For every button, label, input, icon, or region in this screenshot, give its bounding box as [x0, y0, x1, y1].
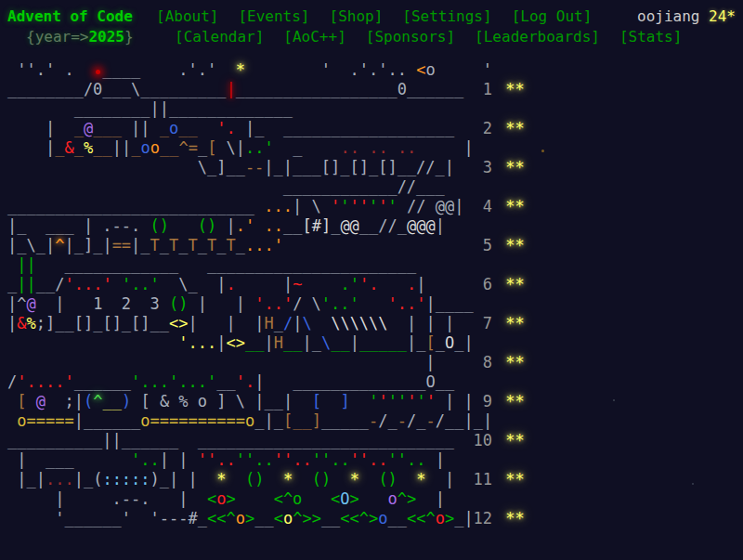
username: oojiang — [637, 7, 699, 25]
day-number: 1 — [474, 80, 492, 99]
calendar-day-3-link[interactable]: \_]__--|_|___[]_[]_[]__//_|3** — [7, 158, 743, 177]
background-speck — [96, 70, 100, 74]
background-speck — [613, 399, 615, 401]
day-stars: ** — [505, 392, 524, 411]
nav-link-about[interactable]: [About] — [156, 7, 218, 25]
header-row-bottom: {year=>2025} [Calendar][AoC++][Sponsors]… — [0, 28, 743, 48]
calendar: ''.' . ____ .'.' * ' .'.'.. <o '________… — [0, 60, 743, 548]
day-stars: ** — [505, 197, 524, 216]
year-suffix: } — [124, 28, 134, 46]
calendar-art-line: | .--. | <o> <^o <O> o^> | — [7, 489, 743, 509]
day-number: 2 — [474, 119, 492, 138]
day-number: 10 — [474, 431, 492, 450]
nav-link-calendar[interactable]: [Calendar] — [175, 28, 264, 46]
calendar-art-line: || ____________ ______________________ — [7, 255, 743, 275]
nav-link-log-out[interactable]: [Log Out] — [512, 7, 593, 25]
day-number: 4 — [474, 197, 492, 216]
day-number: 12 — [474, 509, 492, 528]
day-stars: ** — [505, 509, 524, 528]
day-stars: ** — [505, 470, 524, 489]
calendar-art-line: ____________//___ — [7, 177, 743, 197]
calendar-art-line: |^@ | 1 2 3 () | | '..'/ \'..' '..'|____ — [7, 294, 743, 314]
background-speck — [541, 150, 544, 152]
calendar-art-line: |_ ___ | .--. () () |.' ..__[#]_@@__//_@… — [7, 216, 743, 236]
day-number: 5 — [474, 236, 492, 255]
day-stars: ** — [505, 119, 524, 138]
day-number: 3 — [474, 158, 492, 177]
calendar-day-8-link[interactable]: |8** — [7, 353, 743, 372]
nav-link-aoc[interactable]: [AoC++] — [283, 28, 345, 46]
header-row-top: Advent of Code [About][Events][Shop][Set… — [0, 0, 743, 28]
calendar-art-line: '...|<>__|H__|_\__|_____|_[_O_| — [7, 333, 743, 353]
day-stars: ** — [505, 236, 524, 255]
day-stars: ** — [505, 80, 524, 99]
day-stars: ** — [505, 158, 524, 177]
user-star-count — [699, 7, 709, 25]
day-number: 8 — [474, 353, 492, 372]
user-box: oojiang 24* — [637, 7, 736, 25]
calendar-day-9-link[interactable]: [ @ ;|(^__) [ & % o ] \ |__| [ ] '''''''… — [7, 392, 743, 411]
day-stars: ** — [505, 314, 524, 333]
year-prefix: {year=> — [26, 28, 88, 46]
year-selector[interactable]: {year=>2025} — [7, 28, 175, 46]
calendar-art-line — [7, 528, 743, 548]
nav-link-shop[interactable]: [Shop] — [330, 7, 384, 25]
top-nav: [About][Events][Shop][Settings][Log Out] — [156, 7, 611, 25]
day-stars: ** — [505, 353, 524, 372]
nav-link-events[interactable]: [Events] — [238, 7, 309, 25]
calendar-art-line: ________||_____________ — [7, 99, 743, 119]
calendar-art-line: |_&_%__||_oo__^=_[ \|..' _ .. .. .. | — [7, 138, 743, 158]
app-title[interactable]: Advent of Code — [7, 7, 156, 25]
nav-link-leaderboards[interactable]: [Leaderboards] — [475, 28, 600, 46]
nav-link-sponsors[interactable]: [Sponsors] — [366, 28, 455, 46]
calendar-art-line: ''.' . ____ .'.' * ' .'.'.. <o ' — [7, 60, 743, 80]
calendar-day-6-link[interactable]: _||__/'...' '..' \_ |. |~ .''. .|6** — [7, 275, 743, 294]
sub-nav: [Calendar][AoC++][Sponsors][Leaderboards… — [175, 28, 701, 46]
calendar-day-7-link[interactable]: |&%;]__[]_[]_[]__<>| | |H_/|\ \\\\\\ | |… — [7, 314, 743, 333]
calendar-art-line: | ___ '..| | ''..''..''..''..''..''.. | — [7, 450, 743, 470]
calendar-day-10-link[interactable]: __________||______ _____________________… — [7, 431, 743, 450]
nav-link-stats[interactable]: [Stats] — [619, 28, 682, 46]
day-number: 7 — [474, 314, 492, 333]
background-speck — [692, 483, 694, 485]
calendar-day-2-link[interactable]: | _@___ || _o__ '. |_ __________________… — [7, 119, 743, 138]
calendar-day-1-link[interactable]: ________/0___\_________|________________… — [7, 80, 743, 99]
calendar-day-5-link[interactable]: |_\_|^|_]_|==|_T_T_T_T_T_...'5** — [7, 236, 743, 255]
calendar-day-11-link[interactable]: |_|...|_(:::::)_| | * () * () * () * |11… — [7, 470, 743, 489]
calendar-art-line: /'....'______'...'...'__'.| ____________… — [7, 372, 743, 392]
calendar-art-line: o=====|______o==========o_|_[__]_____-/_… — [7, 411, 743, 431]
day-stars: ** — [505, 275, 524, 294]
calendar-day-12-link[interactable]: '______' '---#_<<^o>__<o^>>__<<^>o__<<^o… — [7, 509, 743, 528]
advent-of-code-page: Advent of Code [About][Events][Shop][Set… — [0, 0, 743, 560]
nav-link-settings[interactable]: [Settings] — [402, 7, 491, 25]
day-number: 6 — [474, 275, 492, 294]
calendar-day-4-link[interactable]: __________________________ ...| \ ''''''… — [7, 197, 743, 216]
day-stars: ** — [505, 431, 524, 450]
day-number: 9 — [474, 392, 492, 411]
year-value: 2025 — [88, 28, 124, 46]
day-number: 11 — [474, 470, 492, 489]
user-stars: 24* — [709, 7, 736, 25]
